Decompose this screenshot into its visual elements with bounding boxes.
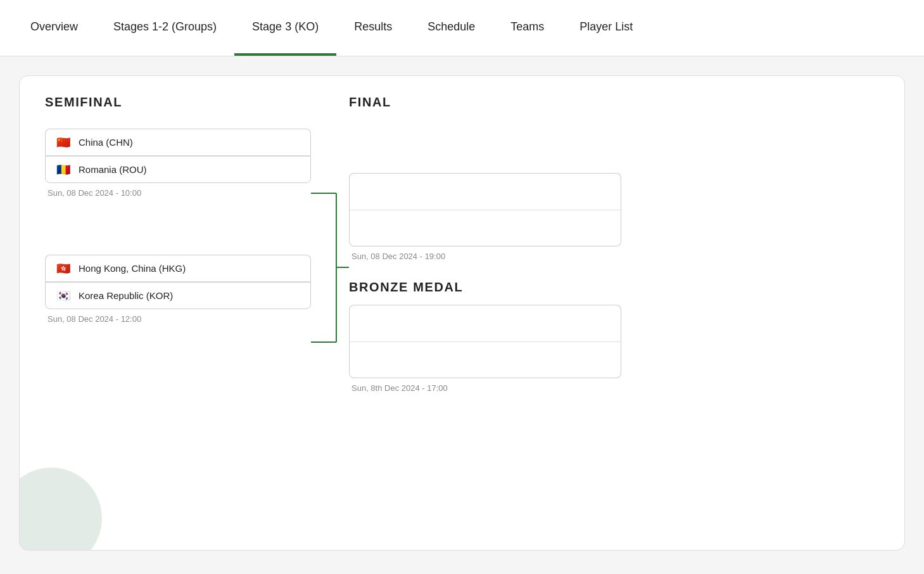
semifinal-column: SEMIFINAL 🇨🇳 China (CHN) 🇷🇴 Romania (ROU… [45, 95, 311, 324]
nav-teams[interactable]: Teams [493, 0, 562, 56]
final-team1[interactable] [349, 173, 621, 210]
kor-flag: 🇰🇷 [56, 291, 71, 301]
kor-name: Korea Republic (KOR) [79, 290, 173, 301]
bracket-connector-svg [311, 95, 349, 462]
semifinal-matches: 🇨🇳 China (CHN) 🇷🇴 Romania (ROU) Sun, 08 … [45, 129, 311, 324]
semifinal-match-1-team1[interactable]: 🇨🇳 China (CHN) [45, 129, 311, 156]
romania-flag: 🇷🇴 [56, 165, 71, 175]
final-date: Sun, 08 Dec 2024 - 19:00 [349, 252, 879, 261]
semifinal-match-1-team2[interactable]: 🇷🇴 Romania (ROU) [45, 156, 311, 183]
bronze-team1[interactable] [349, 305, 621, 341]
nav-results[interactable]: Results [336, 0, 410, 56]
semifinal-title: SEMIFINAL [45, 95, 311, 110]
nav-stages-1-2[interactable]: Stages 1-2 (Groups) [96, 0, 234, 56]
final-title: FINAL [349, 95, 879, 110]
semifinal-match-2-date: Sun, 08 Dec 2024 - 12:00 [45, 314, 311, 324]
bronze-section: BRONZE MEDAL Sun, 8th Dec 2024 - 17:00 [349, 280, 879, 393]
hkg-flag: 🇭🇰 [56, 264, 71, 274]
final-section: FINAL Sun, 08 Dec 2024 - 19:00 [349, 95, 879, 261]
nav-player-list[interactable]: Player List [562, 0, 650, 56]
china-flag: 🇨🇳 [56, 137, 71, 148]
china-name: China (CHN) [79, 137, 133, 148]
romania-name: Romania (ROU) [79, 164, 147, 175]
nav-schedule[interactable]: Schedule [410, 0, 493, 56]
main-content: SEMIFINAL 🇨🇳 China (CHN) 🇷🇴 Romania (ROU… [0, 56, 924, 570]
bronze-date: Sun, 8th Dec 2024 - 17:00 [349, 383, 879, 393]
bronze-match-area [349, 305, 621, 378]
semifinal-match-2-team2[interactable]: 🇰🇷 Korea Republic (KOR) [45, 282, 311, 309]
semifinal-match-1: 🇨🇳 China (CHN) 🇷🇴 Romania (ROU) Sun, 08 … [45, 129, 311, 198]
semifinal-match-2-team1[interactable]: 🇭🇰 Hong Kong, China (HKG) [45, 255, 311, 282]
semifinal-match-1-date: Sun, 08 Dec 2024 - 10:00 [45, 188, 311, 198]
hkg-name: Hong Kong, China (HKG) [79, 263, 186, 274]
bracket-layout: SEMIFINAL 🇨🇳 China (CHN) 🇷🇴 Romania (ROU… [45, 95, 879, 465]
right-column: FINAL Sun, 08 Dec 2024 - 19:00 BRONZE ME… [349, 95, 879, 393]
bronze-title: BRONZE MEDAL [349, 280, 879, 295]
final-team2[interactable] [349, 210, 621, 246]
bronze-team2[interactable] [349, 341, 621, 378]
navigation: Overview Stages 1-2 (Groups) Stage 3 (KO… [0, 0, 924, 56]
final-match-area: Sun, 08 Dec 2024 - 19:00 [349, 173, 879, 261]
connector-col [311, 95, 349, 465]
bracket-card: SEMIFINAL 🇨🇳 China (CHN) 🇷🇴 Romania (ROU… [19, 75, 905, 551]
semifinal-match-2: 🇭🇰 Hong Kong, China (HKG) 🇰🇷 Korea Repub… [45, 255, 311, 324]
nav-stage-3[interactable]: Stage 3 (KO) [234, 0, 336, 56]
nav-overview[interactable]: Overview [13, 0, 96, 56]
